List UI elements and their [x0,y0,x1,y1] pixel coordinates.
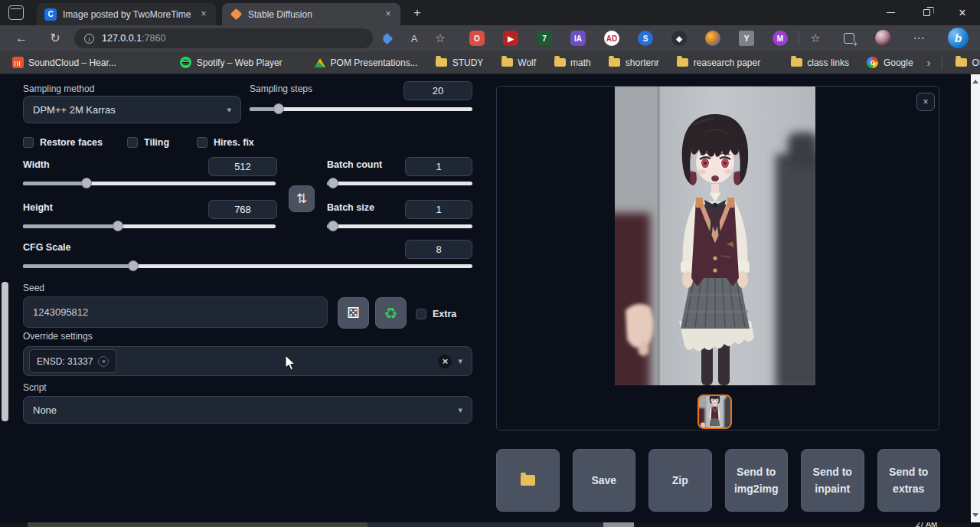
save-button[interactable]: Save [573,449,636,512]
script-select[interactable]: None ▾ [23,396,472,424]
width-slider[interactable] [23,178,276,188]
bookmark-research-paper[interactable]: reasearch paper [673,55,764,70]
override-chip[interactable]: ENSD: 31337 × [29,349,116,373]
slider-thumb[interactable] [128,260,139,271]
price-tag-icon[interactable] [379,31,394,46]
seed-input[interactable] [23,296,328,328]
sampling-steps-value[interactable]: 20 [403,81,472,100]
bookmark-google[interactable]: G Google [863,55,917,70]
bookmarks-overflow-icon[interactable]: › [927,56,931,69]
scrollbar-thumb[interactable] [2,282,8,421]
batch-size-slider[interactable] [327,221,472,231]
toolbar-separator [799,31,799,45]
batch-size-value[interactable]: 1 [405,200,472,219]
send-to-extras-button[interactable]: Send to extras [877,449,941,512]
height-value[interactable]: 768 [208,200,277,219]
address-bar[interactable]: i 127.0.0.1:7860 [74,28,373,48]
bookmark-soundcloud[interactable]: SoundCloud – Hear... [8,55,120,70]
extension-icon-3[interactable]: 7 [537,31,552,46]
bing-icon[interactable]: b [948,28,969,48]
height-label: Height [23,202,53,213]
bookmark-pom[interactable]: POM Presentations... [310,55,422,70]
tab-actions-icon[interactable] [8,5,24,20]
reuse-seed-button[interactable]: ♻ [375,297,407,329]
tiling-label: Tiling [144,137,169,148]
slider-thumb[interactable] [81,178,92,188]
close-window-button[interactable]: × [945,0,980,25]
extra-seed-checkbox[interactable] [416,309,426,319]
cfg-scale-value[interactable]: 8 [405,240,472,259]
swap-dimensions-button[interactable]: ⇅ [289,185,315,212]
extension-icon-6[interactable]: S [638,31,653,46]
close-image-button[interactable]: × [916,93,935,111]
sampling-steps-slider[interactable] [250,103,472,114]
bookmark-shortenr[interactable]: shortenr [605,55,663,70]
minimize-button[interactable] [873,0,908,25]
tab-image-posted[interactable]: C Image posted by TwoMoreTimes × [37,3,216,25]
soundcloud-icon [11,57,24,69]
zip-button[interactable]: Zip [648,449,712,512]
chevron-down-icon: ▾ [458,356,462,366]
collections-icon[interactable] [841,31,857,46]
page-scrollbar[interactable] [971,74,980,522]
slider-thumb[interactable] [113,221,123,231]
favorite-add-icon[interactable]: ☆ [433,31,448,46]
extension-icon-10[interactable]: M [773,31,788,46]
taskbar-segment [28,522,368,527]
open-folder-button[interactable] [496,449,560,512]
tiling-checkbox[interactable] [127,137,138,148]
dice-icon: ⚄ [347,304,360,322]
extension-icon-1[interactable]: O [469,31,485,46]
batch-count-slider[interactable] [327,178,472,188]
clear-all-icon[interactable]: × [438,355,452,368]
gallery-thumbnail-selected[interactable] [697,394,732,429]
refresh-icon[interactable]: ↻ [47,30,64,47]
slider-thumb[interactable] [273,103,284,114]
extension-icon-4[interactable]: IA [570,31,586,46]
bookmark-spotify[interactable]: Spotify – Web Player [176,55,286,70]
chip-close-icon[interactable]: × [98,356,109,367]
tab-close-icon[interactable]: × [198,8,210,21]
restore-faces-checkbox[interactable] [23,137,34,148]
send-to-inpaint-button[interactable]: Send to inpaint [801,449,864,512]
slider-thumb[interactable] [328,221,338,231]
height-slider[interactable] [23,221,276,231]
script-label: Script [23,382,47,393]
restore-button[interactable] [909,0,944,25]
profile-avatar[interactable] [875,30,891,46]
folder-icon [501,57,513,69]
generated-image[interactable] [615,87,815,385]
random-seed-button[interactable]: ⚄ [338,297,369,329]
extension-icon-2[interactable]: ▶ [503,31,518,46]
send-to-img2img-button[interactable]: Send to img2img [725,449,789,512]
taskbar-segment [368,522,603,527]
batch-count-value[interactable]: 1 [405,157,472,176]
bookmark-math[interactable]: math [550,55,595,70]
tab-stable-diffusion[interactable]: Stable Diffusion × [222,3,400,25]
sampling-method-select[interactable]: DPM++ 2M Karras ▾ [23,96,241,123]
other-favorites[interactable]: Other favorites [952,55,980,70]
extension-icon-8[interactable] [705,31,720,46]
folder-icon [554,57,566,69]
hires-fix-checkbox[interactable] [197,137,207,148]
tab-close-icon[interactable]: × [382,8,394,21]
site-info-icon[interactable]: i [84,34,94,44]
extension-icon-7[interactable]: ◈ [671,31,687,46]
stable-diffusion-page: Sampling method DPM++ 2M Karras ▾ Sampli… [0,74,980,522]
favorites-star-icon[interactable]: ☆ [808,31,823,46]
back-icon[interactable]: ← [13,30,30,47]
scroll-down-icon[interactable] [971,510,980,520]
read-aloud-icon[interactable]: A [407,31,422,46]
sampling-method-label: Sampling method [23,83,94,94]
bookmark-class-links[interactable]: class links [786,55,853,70]
extension-icon-9[interactable]: Y [739,31,754,46]
scroll-up-icon[interactable] [971,77,980,87]
more-menu-icon[interactable]: ⋯ [911,31,926,46]
bookmark-wolf[interactable]: Wolf [497,55,540,70]
extension-icon-5[interactable]: AD [604,31,619,46]
slider-thumb[interactable] [328,178,338,188]
new-tab-button[interactable]: + [409,5,426,21]
bookmark-study[interactable]: STUDY [432,55,488,70]
cfg-scale-slider[interactable] [23,260,472,271]
width-value[interactable]: 512 [208,157,277,176]
